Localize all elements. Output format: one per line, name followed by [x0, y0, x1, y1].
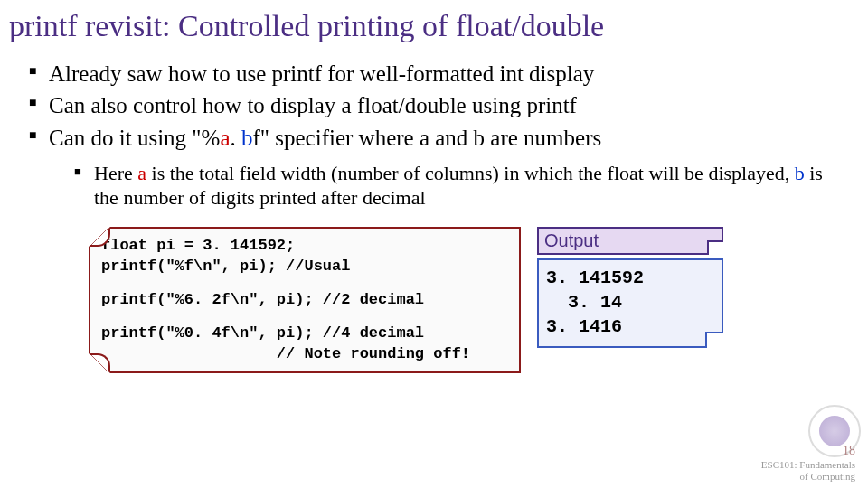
- text: f" specifier where a and b are numbers: [252, 126, 601, 150]
- format-b: b: [241, 126, 253, 150]
- bullet-item: Can do it using "%a. bf" specifier where…: [29, 124, 850, 211]
- sub-bullet-list: Here a is the total field width (number …: [49, 161, 850, 211]
- format-a: a: [220, 126, 230, 150]
- example-row: float pi = 3. 141592; printf("%f\n", pi)…: [9, 227, 850, 374]
- page-footer: 18 ESC101: Fundamentals of Computing: [761, 444, 855, 483]
- emblem-inner-icon: [819, 416, 850, 446]
- output-label-text: Output: [544, 230, 599, 250]
- bullet-item: Already saw how to use printf for well-f…: [29, 60, 850, 88]
- text: .: [230, 126, 241, 150]
- slide-title: printf revisit: Controlled printing of f…: [9, 9, 850, 43]
- fold-corner-icon: [705, 332, 723, 348]
- page-number: 18: [761, 444, 855, 459]
- text: is the total field width (number of colu…: [146, 162, 795, 184]
- text: Here: [94, 162, 137, 184]
- text: Can do it using "%: [49, 126, 220, 150]
- code-block: float pi = 3. 141592; printf("%f\n", pi)…: [101, 236, 510, 277]
- output-text: 3. 141592 3. 14 3. 1416: [546, 267, 644, 337]
- code-box: float pi = 3. 141592; printf("%f\n", pi)…: [89, 227, 521, 374]
- bullet-list: Already saw how to use printf for well-f…: [9, 60, 850, 211]
- output-body: 3. 141592 3. 14 3. 1416: [537, 258, 723, 348]
- fold-corner-icon: [707, 240, 723, 255]
- output-column: Output 3. 141592 3. 14 3. 1416: [537, 227, 723, 348]
- format-b: b: [795, 162, 805, 184]
- output-label: Output: [537, 227, 723, 255]
- bullet-item: Can also control how to display a float/…: [29, 91, 850, 119]
- format-a: a: [137, 162, 146, 184]
- code-block: printf("%6. 2f\n", pi); //2 decimal: [101, 290, 510, 311]
- code-block: printf("%0. 4f\n", pi); //4 decimal // N…: [101, 324, 510, 365]
- sub-bullet-item: Here a is the total field width (number …: [74, 161, 850, 211]
- fold-corner-icon: [89, 353, 110, 373]
- course-label: ESC101: Fundamentals of Computing: [761, 459, 855, 483]
